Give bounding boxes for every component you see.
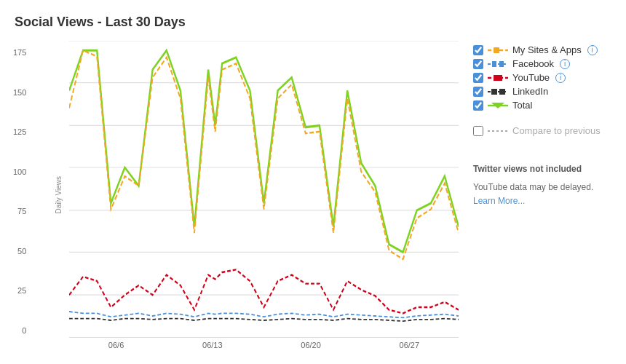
facebook-legend-icon xyxy=(488,59,508,69)
youtube-line xyxy=(69,269,459,313)
compare-legend-icon xyxy=(488,126,508,136)
legend-label-facebook: Facebook xyxy=(512,58,554,69)
x-label-06-20: 06/20 xyxy=(301,341,321,349)
legend-checkbox-facebook[interactable] xyxy=(473,59,483,69)
y-tick-75: 75 xyxy=(17,207,26,215)
total-line xyxy=(69,50,459,252)
compare-label: Compare to previous xyxy=(512,125,601,136)
y-tick-125: 125 xyxy=(13,127,26,136)
compare-icon xyxy=(488,126,508,136)
youtube-legend-icon xyxy=(488,73,508,83)
legend: My Sites & Apps i Facebook i xyxy=(459,41,611,349)
y-tick-150: 150 xyxy=(13,88,26,97)
linkedin-line xyxy=(69,319,459,322)
legend-label-youtube: YouTube xyxy=(512,72,550,83)
info-icon-youtube[interactable]: i xyxy=(555,73,566,83)
learn-more-link[interactable]: Learn More... xyxy=(473,196,525,206)
svg-rect-17 xyxy=(491,89,497,95)
legend-icon-facebook xyxy=(488,59,508,69)
legend-label-total: Total xyxy=(512,100,532,111)
chart-area: 175 150 125 100 75 50 25 0 Daily Views xyxy=(15,41,611,349)
legend-icon-total xyxy=(488,100,508,111)
svg-rect-15 xyxy=(494,75,502,81)
page-title: Social Views - Last 30 Days xyxy=(15,15,611,30)
total-legend-icon xyxy=(488,100,508,111)
y-axis-label: 175 150 125 100 75 50 25 0 xyxy=(15,41,47,349)
x-label-06-27: 06/27 xyxy=(400,341,420,349)
compare-checkbox[interactable] xyxy=(473,126,483,136)
youtube-note-text: YouTube data may be delayed. xyxy=(473,182,593,192)
svg-rect-10 xyxy=(494,47,499,53)
chart-svg xyxy=(69,41,459,338)
x-label-06-6: 06/6 xyxy=(108,341,124,349)
y-tick-25: 25 xyxy=(17,286,26,295)
legend-item-total: Total xyxy=(473,100,611,111)
legend-item-youtube: YouTube i xyxy=(473,72,611,83)
x-label-06-13: 06/13 xyxy=(202,341,223,349)
svg-rect-18 xyxy=(499,89,505,95)
compare-item: Compare to previous xyxy=(473,125,611,136)
info-icon-mysites[interactable]: i xyxy=(587,45,598,55)
mysites-legend-icon xyxy=(488,45,508,55)
svg-rect-13 xyxy=(499,61,504,67)
page-container: Social Views - Last 30 Days 175 150 125 … xyxy=(0,0,626,364)
svg-container xyxy=(69,41,459,338)
legend-icon-linkedin xyxy=(488,87,508,97)
notes-spacer xyxy=(473,139,611,151)
legend-checkbox-youtube[interactable] xyxy=(473,73,483,83)
svg-rect-12 xyxy=(492,61,496,67)
legend-spacer xyxy=(473,114,611,122)
twitter-note: Twitter views not included xyxy=(473,162,611,176)
legend-checkbox-total[interactable] xyxy=(473,100,483,111)
y-tick-100: 100 xyxy=(13,167,26,176)
legend-checkbox-linkedin[interactable] xyxy=(473,87,483,97)
legend-item-linkedin: LinkedIn xyxy=(473,86,611,97)
legend-checkbox-mysites[interactable] xyxy=(473,45,483,55)
y-tick-50: 50 xyxy=(17,247,26,256)
y-tick-0: 0 xyxy=(22,326,26,335)
y-axis-title: Daily Views xyxy=(55,176,63,214)
y-tick-175: 175 xyxy=(13,48,26,57)
chart-inner: 06/6 06/13 06/20 06/27 xyxy=(69,41,459,349)
mysites-line xyxy=(69,50,459,259)
chart-wrapper: 175 150 125 100 75 50 25 0 Daily Views xyxy=(15,41,459,349)
legend-icon-youtube xyxy=(488,73,508,83)
youtube-note: YouTube data may be delayed. Learn More.… xyxy=(473,181,611,208)
x-axis-labels: 06/6 06/13 06/20 06/27 xyxy=(69,338,459,349)
notes-section: Twitter views not included YouTube data … xyxy=(473,162,611,209)
legend-label-mysites: My Sites & Apps xyxy=(512,44,582,55)
info-icon-facebook[interactable]: i xyxy=(560,59,570,69)
legend-item-mysites: My Sites & Apps i xyxy=(473,44,611,55)
linkedin-legend-icon xyxy=(488,87,508,97)
legend-item-facebook: Facebook i xyxy=(473,58,611,69)
legend-label-linkedin: LinkedIn xyxy=(512,86,548,97)
legend-icon-mysites xyxy=(488,45,508,55)
